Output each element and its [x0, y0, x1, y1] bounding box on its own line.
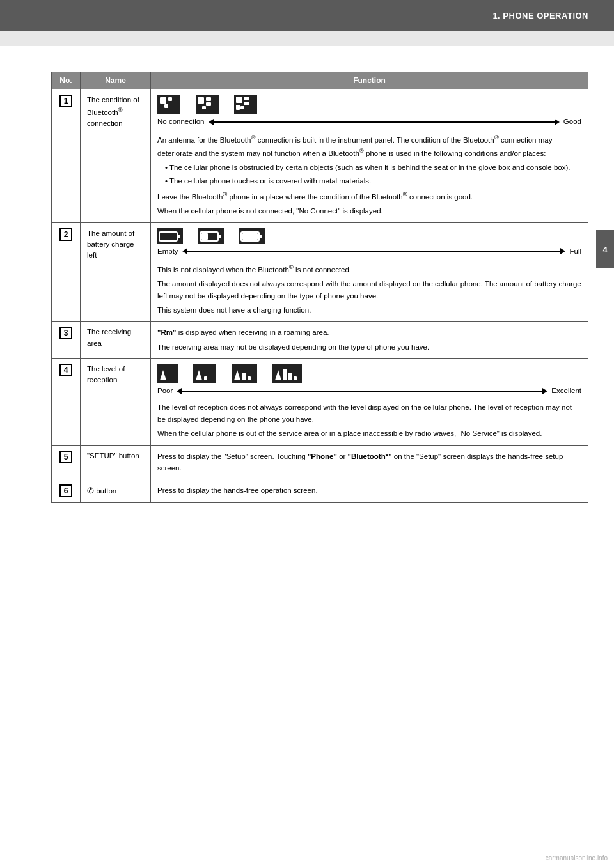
row4-text1: The level of reception does not always c…	[157, 401, 581, 425]
row6-num-box: 6	[59, 484, 72, 497]
svg-rect-4	[206, 97, 211, 101]
svg-rect-30	[294, 376, 297, 380]
content-table: No. Name Function 1 The condition of Blu…	[51, 72, 588, 503]
svg-rect-29	[288, 373, 292, 380]
row3-no: 3	[52, 322, 81, 359]
battery-medium-icon	[198, 228, 224, 244]
row1-name-text: The condition of Bluetooth® connection	[87, 96, 139, 127]
svg-rect-2	[164, 104, 168, 108]
col-header-name: Name	[81, 72, 151, 89]
row3-name-text: The receiving area	[87, 328, 131, 346]
row5-name: "SETUP" button	[81, 445, 151, 479]
arrow-right-icon	[542, 388, 547, 394]
row1-bullet2: • The cellular phone touches or is cover…	[165, 176, 581, 187]
battery-empty-icon	[157, 228, 183, 244]
row1-bullet1: • The cellular phone is obstructed by ce…	[165, 162, 581, 173]
table-row: 1 The condition of Bluetooth® connection	[52, 89, 588, 223]
reception-low-icon	[193, 364, 216, 383]
row6-function: Press to display the hands-free operatio…	[151, 479, 588, 503]
row2-num-box: 2	[59, 228, 72, 241]
row2-name-text: The amount of battery charge left	[87, 229, 134, 260]
row3-num-box: 3	[59, 327, 72, 339]
row3-function: "Rm" is displayed when receiving in a ro…	[151, 322, 588, 359]
row2-icons-section: Empty Full	[157, 228, 581, 257]
row2-name: The amount of battery charge left	[81, 222, 151, 322]
row5-name-text: "SETUP" button	[87, 452, 139, 460]
arrow-left-icon	[182, 248, 187, 254]
bt-good-icon	[234, 95, 257, 114]
battery-full-icon	[239, 228, 265, 244]
row4-label-poor: Poor	[157, 385, 173, 396]
svg-rect-18	[259, 235, 262, 238]
row5-bold-phone: "Phone"	[308, 453, 337, 460]
row2-label-empty: Empty	[157, 246, 178, 257]
arrow-shaft	[182, 391, 542, 392]
main-area: No. Name Function 1 The condition of Blu…	[0, 59, 614, 529]
row1-label-no-connection: No connection	[157, 116, 205, 127]
svg-marker-24	[234, 370, 240, 380]
row4-icons-section: Poor Excellent	[157, 364, 581, 396]
svg-rect-12	[159, 232, 177, 241]
svg-rect-19	[242, 233, 258, 240]
svg-rect-11	[236, 105, 240, 110]
row1-label-good: Good	[563, 116, 581, 127]
row6-name: ✆ button	[81, 479, 151, 503]
header-bar: 1. PHONE OPERATION	[0, 0, 614, 31]
table-row: 5 "SETUP" button Press to display the "S…	[52, 445, 588, 479]
table-row: 4 The level of reception	[52, 359, 588, 445]
reception-medium-icon	[232, 364, 257, 383]
arrow-right-icon	[555, 119, 560, 125]
svg-rect-8	[244, 97, 249, 100]
row4-arrow-row: Poor Excellent	[157, 385, 581, 396]
row2-function: Empty Full This is not displayed when th…	[151, 222, 588, 322]
row6-name-text: button	[96, 487, 116, 495]
row1-no: 1	[52, 89, 81, 223]
header-title: 1. PHONE OPERATION	[492, 11, 588, 20]
row1-text3: When the cellular phone is not connected…	[157, 205, 581, 217]
arrow-shaft	[187, 251, 561, 252]
row6-no: 6	[52, 479, 81, 503]
svg-marker-22	[196, 370, 202, 380]
col-header-function: Function	[151, 72, 588, 89]
row3-rm-label: "Rm"	[157, 329, 176, 336]
svg-marker-20	[160, 370, 166, 380]
row4-function: Poor Excellent The level of reception do…	[151, 359, 588, 445]
row2-no: 2	[52, 222, 81, 322]
table-row: 6 ✆ button Press to display the hands-fr…	[52, 479, 588, 503]
row4-num-box: 4	[59, 364, 72, 376]
svg-rect-23	[204, 376, 207, 380]
svg-rect-9	[244, 102, 249, 105]
svg-rect-25	[242, 373, 246, 380]
row1-arrow-row: No connection Good	[157, 116, 581, 127]
row5-no: 5	[52, 445, 81, 479]
row1-icons-section: No connection Good	[157, 95, 581, 127]
svg-rect-7	[236, 97, 242, 103]
row4-signal-icons	[157, 364, 581, 383]
svg-rect-3	[198, 97, 204, 104]
watermark: carmanualsonline.info	[546, 855, 608, 862]
row3-name: The receiving area	[81, 322, 151, 359]
svg-rect-15	[218, 235, 221, 238]
row2-arrow-row: Empty Full	[157, 246, 581, 257]
reception-excellent-icon	[272, 364, 302, 383]
row1-function: No connection Good An antenna for the	[151, 89, 588, 223]
svg-rect-5	[206, 102, 211, 106]
row6-phone-icon: ✆	[87, 486, 94, 495]
table-row: 3 The receiving area "Rm" is displayed w…	[52, 322, 588, 359]
arrow-right-icon	[560, 248, 565, 254]
page: 1. PHONE OPERATION 4 No. Name Function 1	[0, 0, 614, 868]
row2-battery-icons	[157, 228, 581, 244]
row4-name-text: The level of reception	[87, 365, 125, 384]
row2-text3: This system does not have a charging fun…	[157, 304, 581, 316]
row4-text2: When the cellular phone is out of the se…	[157, 428, 581, 439]
row5-function: Press to display the "Setup" screen. Tou…	[151, 445, 588, 479]
svg-rect-26	[248, 376, 251, 380]
row2-label-full: Full	[569, 246, 581, 257]
row4-no: 4	[52, 359, 81, 445]
row1-text2: Leave the Bluetooth® phone in a place wh…	[157, 189, 581, 203]
row4-label-excellent: Excellent	[551, 385, 581, 396]
row6-text: Press to display the hands-free operatio…	[157, 484, 581, 496]
row3-text1: "Rm" is displayed when receiving in a ro…	[157, 327, 581, 338]
row2-text2: The amount displayed does not always cor…	[157, 278, 581, 302]
header-underline	[0, 31, 614, 46]
